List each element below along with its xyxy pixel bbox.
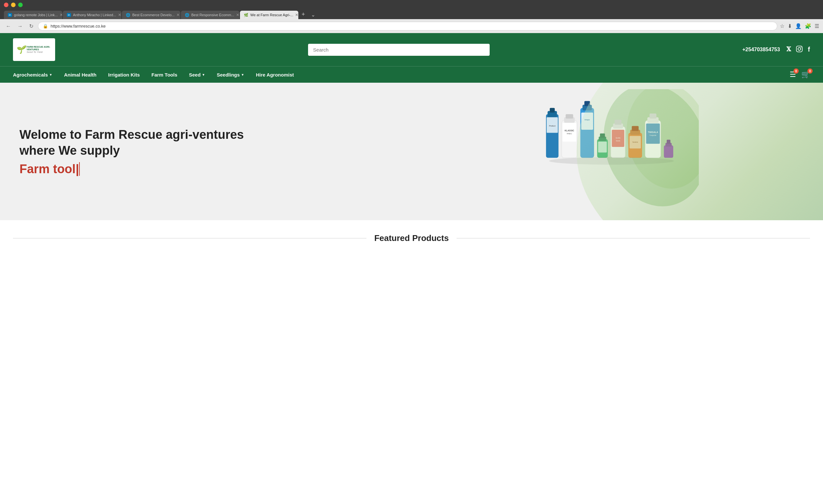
tab-close-icon[interactable]: ✕ [118,13,121,17]
tab-icon: in [8,13,12,17]
nav-label-seed: Seed [189,72,201,77]
nav-label-irrigation-kits: Irrigation Kits [108,72,140,77]
typed-text: Farm tool [19,162,75,176]
tab-icon: 🌐 [185,13,189,17]
browser-window: in golang remote Jobs | Link... ✕ in Ant… [0,0,823,19]
hero-title-line1: Welome to Farm Rescue agri-ventures [19,128,244,141]
tab-close-icon[interactable]: ✕ [176,13,180,17]
hero-typed-text: Farm tool| [19,162,393,176]
toolbar-icons: ☆ ⬇ 👤 🧩 ☰ [780,23,819,29]
wishlist-badge: 0 [794,68,799,73]
nav-item-irrigation-kits[interactable]: Irrigation Kits [108,72,140,77]
address-bar[interactable]: 🔒 https://www.farmrescue.co.ke [38,22,777,30]
extensions-icon[interactable]: 🧩 [805,23,811,29]
featured-section: Featured Products [0,220,823,256]
tab-anthony[interactable]: in Anthony Miracho | Linked... ✕ [63,11,121,19]
site-header: 🌱 FARM RESCUE AGRI-VENTURES Seed To Yiel… [0,33,823,66]
logo[interactable]: 🌱 FARM RESCUE AGRI-VENTURES Seed To Yiel… [13,38,55,61]
nav-label-animal-health: Animal Health [64,72,96,77]
nav-label-seedlings: Seedlings [217,72,240,77]
tab-label: We at Farm Rescue Agri-... [250,13,293,17]
instagram-icon[interactable] [796,46,803,54]
featured-products-title: Featured Products [366,233,457,243]
tab-label: Best Responsive Ecomm... [191,13,234,17]
hero-text: Welome to Farm Rescue agri-ventures wher… [0,107,412,196]
tab-list-button[interactable]: ⌄ [308,10,318,19]
tab-icon: 🌿 [244,13,249,17]
forward-button[interactable]: → [16,23,25,30]
svg-text:5%EC: 5%EC [567,133,572,135]
hero-title: Welome to Farm Rescue agri-ventures wher… [19,127,393,159]
phone-number: +254703854753 [742,47,780,52]
nav-icons: ☰ 0 🛒 0 [790,70,810,79]
nav-label-agrochemicals: Agrochemicals [13,72,48,77]
svg-rect-9 [565,114,573,118]
social-icons: 𝕏 f [786,46,810,54]
website: 🌱 FARM RESCUE AGRI-VENTURES Seed To Yiel… [0,33,823,256]
tab-icon: in [67,13,71,17]
logo-tagline: Seed To Yield [27,50,52,53]
browser-toolbar: ← → ↻ 🔒 https://www.farmrescue.co.ke ☆ ⬇… [0,19,823,33]
wishlist-button[interactable]: ☰ 0 [790,70,796,79]
nav-item-farm-tools[interactable]: Farm Tools [151,72,177,77]
header-right: +254703854753 𝕏 f [742,46,810,54]
svg-text:KLASSIC: KLASSIC [564,129,574,132]
seedlings-dropdown-icon: ▼ [241,73,244,76]
svg-rect-4 [550,108,554,113]
tab-golang[interactable]: in golang remote Jobs | Link... ✕ [4,11,62,19]
text-cursor: | [75,162,80,176]
svg-text:Product: Product [549,125,555,127]
right-divider-line [457,238,810,238]
seed-dropdown-icon: ▼ [202,73,205,76]
nav-item-seed[interactable]: Seed ▼ [189,72,205,77]
pocket-icon[interactable]: ⬇ [788,23,792,29]
hero-title-line2: where We supply [19,144,120,157]
agrochemicals-dropdown-icon: ▼ [49,73,52,76]
logo-box: 🌱 FARM RESCUE AGRI-VENTURES Seed To Yiel… [13,38,55,61]
account-icon[interactable]: 👤 [795,23,802,29]
cart-badge: 0 [807,68,813,73]
traffic-lights [4,3,819,7]
hero-image-area: Product KLASSIC 5%EC Integra [412,83,823,220]
lock-icon: 🔒 [43,24,48,28]
url-text: https://www.farmrescue.co.ke [50,24,773,28]
tab-ecommerce2[interactable]: 🌐 Best Responsive Ecomm... ✕ [181,11,239,19]
nav-label-hire-agronomist: Hire Agronomist [256,72,294,77]
tab-close-icon[interactable]: ✕ [60,13,62,17]
hero-section: Welome to Farm Rescue agri-ventures wher… [0,83,823,220]
tab-close-icon[interactable]: ✕ [295,13,298,17]
tab-close-icon[interactable]: ✕ [236,13,239,17]
tab-label: golang remote Jobs | Link... [14,13,58,17]
reload-button[interactable]: ↻ [27,22,35,30]
nav-label-farm-tools: Farm Tools [151,72,177,77]
close-button[interactable] [4,3,8,7]
nav-item-hire-agronomist[interactable]: Hire Agronomist [256,72,294,77]
left-divider-line [13,238,366,238]
tab-label: Best Ecommerce Develo... [132,13,174,17]
back-button[interactable]: ← [4,23,13,30]
tab-farmrescue[interactable]: 🌿 We at Farm Rescue Agri-... ✕ [240,11,298,19]
nav-bar: Agrochemicals ▼ Animal Health Irrigation… [0,66,823,83]
logo-icon: 🌱 [16,45,25,54]
facebook-icon[interactable]: f [808,46,810,54]
nav-item-agrochemicals[interactable]: Agrochemicals ▼ [13,72,52,77]
cart-button[interactable]: 🛒 0 [801,70,810,79]
featured-heading-container: Featured Products [13,233,810,243]
hero-leaf-background [577,83,823,220]
tab-icon: 🌐 [126,13,130,17]
tab-bar: in golang remote Jobs | Link... ✕ in Ant… [4,10,819,19]
svg-rect-10 [562,123,576,142]
nav-item-animal-health[interactable]: Animal Health [64,72,96,77]
tab-label: Anthony Miracho | Linked... [73,13,116,17]
minimize-button[interactable] [11,3,16,7]
new-tab-button[interactable]: + [299,10,308,19]
bookmark-icon[interactable]: ☆ [780,23,784,29]
tab-ecommerce1[interactable]: 🌐 Best Ecommerce Develo... ✕ [122,11,180,19]
menu-icon[interactable]: ☰ [815,23,819,29]
search-input[interactable] [308,44,490,56]
logo-brand-text: FARM RESCUE AGRI-VENTURES [27,46,52,50]
nav-item-seedlings[interactable]: Seedlings ▼ [217,72,244,77]
search-container [65,44,732,56]
maximize-button[interactable] [18,3,23,7]
twitter-icon[interactable]: 𝕏 [786,46,791,54]
